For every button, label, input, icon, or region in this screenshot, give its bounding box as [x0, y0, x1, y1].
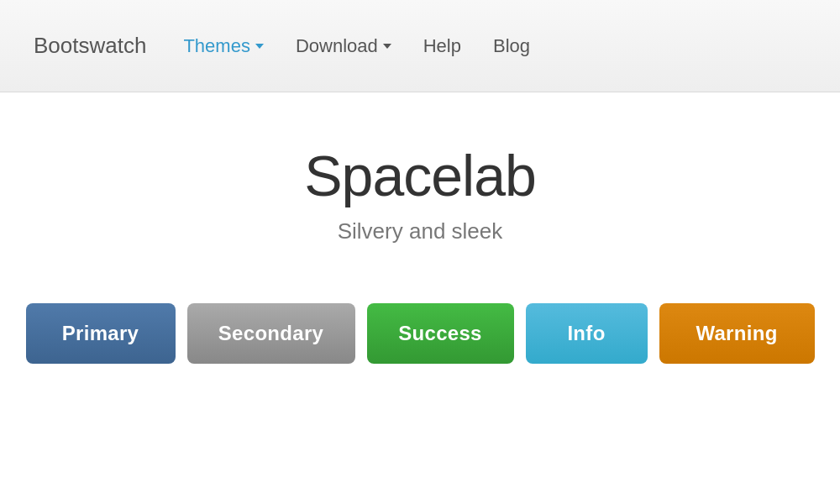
btn-warning[interactable]: Warning	[659, 303, 815, 364]
nav-blog-label: Blog	[493, 35, 530, 57]
nav-help-label: Help	[423, 35, 461, 57]
buttons-row: Primary Secondary Success Info Warning	[26, 303, 815, 364]
theme-subtitle: Silvery and sleek	[338, 218, 503, 244]
nav-item-download[interactable]: Download	[284, 29, 403, 64]
nav-links: Themes Download Help Blog	[171, 29, 542, 64]
chevron-down-icon	[383, 44, 391, 49]
nav-themes-label: Themes	[183, 35, 249, 57]
main-content: Spacelab Silvery and sleek Primary Secon…	[0, 92, 840, 397]
nav-item-help[interactable]: Help	[412, 29, 473, 64]
nav-item-themes[interactable]: Themes	[171, 29, 275, 64]
btn-secondary[interactable]: Secondary	[187, 303, 355, 364]
navbar: Bootswatch Themes Download Help Blog	[0, 0, 840, 92]
nav-item-blog[interactable]: Blog	[481, 29, 542, 64]
theme-title: Spacelab	[304, 143, 536, 208]
nav-download-label: Download	[296, 35, 378, 57]
chevron-down-icon	[255, 44, 264, 49]
navbar-brand[interactable]: Bootswatch	[34, 33, 146, 59]
btn-primary[interactable]: Primary	[26, 303, 176, 364]
btn-success[interactable]: Success	[367, 303, 514, 364]
btn-info[interactable]: Info	[526, 303, 648, 364]
